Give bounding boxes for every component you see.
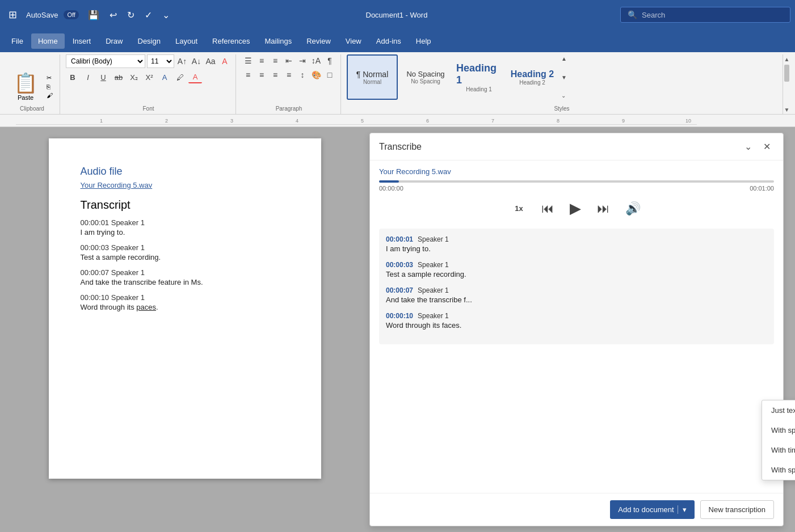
segment-1-meta: 00:00:01 Speaker 1: [386, 235, 767, 243]
strikethrough-button[interactable]: ab: [112, 71, 125, 83]
style-no-spacing-label: No Spacing: [411, 78, 440, 85]
multilevel-list-button[interactable]: ≡: [269, 54, 281, 67]
segment-2-time[interactable]: 00:00:03: [386, 261, 413, 269]
menu-review[interactable]: Review: [300, 33, 338, 49]
svg-text:8: 8: [557, 118, 560, 124]
menu-help[interactable]: Help: [409, 33, 438, 49]
align-right-button[interactable]: ≡: [269, 69, 281, 81]
dropdown-with-speakers-timestamps[interactable]: With speakers and timestamps: [762, 460, 795, 480]
style-heading1[interactable]: Heading 1 Heading 1: [453, 54, 504, 100]
cut-button[interactable]: ✂: [44, 74, 55, 82]
bold-button[interactable]: B: [66, 71, 79, 83]
segment-1: 00:00:01 Speaker 1 I am trying to.: [386, 235, 767, 253]
menu-view[interactable]: View: [339, 33, 368, 49]
segment-4-time[interactable]: 00:00:10: [386, 312, 413, 320]
numbered-list-button[interactable]: ≡: [255, 54, 268, 67]
menu-mailings[interactable]: Mailings: [258, 33, 299, 49]
subscript-button[interactable]: X₂: [127, 71, 141, 83]
skip-forward-button[interactable]: ⏭: [595, 199, 612, 218]
transcribe-panel: Transcribe ⌄ ✕ Your Recording 5.wav 00:0…: [369, 133, 784, 526]
styles-more[interactable]: ⌄: [560, 91, 568, 100]
check-icon[interactable]: ✓: [141, 7, 155, 23]
transcript-entry-1: 00:00:01 Speaker 1 I am trying to.: [81, 218, 289, 237]
skip-back-button[interactable]: ⏮: [539, 199, 556, 218]
copy-icon: ⎘: [47, 83, 51, 90]
increase-font-button[interactable]: A↑: [176, 55, 188, 67]
add-dropdown-arrow[interactable]: ▾: [678, 505, 687, 514]
borders-button[interactable]: □: [323, 69, 336, 81]
styles-scroll-down[interactable]: ▼: [560, 73, 568, 82]
line-spacing-button[interactable]: ↕: [296, 69, 309, 81]
justify-button[interactable]: ≡: [283, 69, 295, 81]
dropdown-with-timestamps[interactable]: With timestamps: [762, 440, 795, 460]
font-color-button[interactable]: A: [188, 71, 202, 83]
save-icon[interactable]: 💾: [85, 7, 103, 23]
panel-minimize-button[interactable]: ⌄: [741, 140, 755, 153]
waffle-icon[interactable]: ⊞: [5, 9, 20, 21]
dropdown-just-text[interactable]: Just text: [762, 400, 795, 420]
play-button[interactable]: ▶: [567, 197, 583, 219]
ruler: 1 2 3 4 5 6 7 8 9 10: [0, 115, 795, 127]
decrease-font-button[interactable]: A↓: [190, 55, 203, 67]
more-icon[interactable]: ⌄: [159, 7, 173, 23]
highlight-button[interactable]: 🖊: [173, 71, 187, 83]
menu-design[interactable]: Design: [131, 33, 167, 49]
paste-button[interactable]: 📋 Paste: [9, 69, 42, 103]
speed-button[interactable]: 1x: [510, 202, 527, 215]
styles-scroll-up[interactable]: ▲: [560, 54, 568, 63]
superscript-button[interactable]: X²: [142, 71, 156, 83]
menu-addins[interactable]: Add-ins: [369, 33, 408, 49]
ribbon-scroll-up[interactable]: ▲: [783, 54, 790, 64]
segment-3-time[interactable]: 00:00:07: [386, 286, 413, 294]
undo-icon[interactable]: ↩: [106, 7, 120, 23]
search-box[interactable]: 🔍: [620, 7, 790, 23]
search-input[interactable]: [642, 11, 778, 19]
menu-draw[interactable]: Draw: [99, 33, 129, 49]
menu-references[interactable]: References: [205, 33, 256, 49]
menu-home[interactable]: Home: [31, 33, 65, 49]
align-center-button[interactable]: ≡: [255, 69, 268, 81]
increase-indent-button[interactable]: ⇥: [296, 54, 309, 67]
change-case-button[interactable]: Aa: [204, 55, 217, 67]
font-name-row: Calibri (Body) 11 A↑ A↓ Aa A: [66, 54, 231, 68]
segment-1-time[interactable]: 00:00:01: [386, 235, 413, 243]
dropdown-with-speakers[interactable]: With speakers: [762, 420, 795, 440]
sort-button[interactable]: ↕A: [310, 54, 322, 67]
copy-button[interactable]: ⎘: [44, 83, 55, 91]
format-painter-button[interactable]: 🖌: [44, 91, 55, 99]
text-effect-button[interactable]: A: [158, 71, 171, 83]
style-normal[interactable]: ¶ Normal Normal: [347, 54, 398, 100]
audio-progress-bar[interactable]: [379, 180, 774, 183]
decrease-indent-button[interactable]: ⇤: [283, 54, 295, 67]
bullets-button[interactable]: ☰: [242, 54, 254, 67]
clear-format-button[interactable]: A: [218, 55, 231, 67]
style-no-spacing[interactable]: No Spacing No Spacing: [400, 54, 451, 100]
svg-text:5: 5: [361, 118, 364, 124]
show-marks-button[interactable]: ¶: [323, 54, 336, 67]
autosave-toggle[interactable]: Off: [64, 10, 78, 19]
redo-icon[interactable]: ↻: [124, 7, 138, 23]
panel-close-button[interactable]: ✕: [760, 140, 774, 153]
ribbon-scroll-down[interactable]: ▼: [783, 105, 790, 114]
segment-2: 00:00:03 Speaker 1 Test a sample recordi…: [386, 261, 767, 278]
font-name-select[interactable]: Calibri (Body): [66, 54, 145, 68]
audio-file-link[interactable]: Your Recording 5.wav: [81, 181, 289, 189]
entry1-text: I am trying to.: [81, 228, 289, 237]
shading-button[interactable]: 🎨: [310, 69, 322, 81]
underline-button[interactable]: U: [96, 71, 110, 83]
menu-file[interactable]: File: [5, 33, 30, 49]
titlebar-actions: 💾 ↩ ↻ ✓ ⌄: [85, 7, 173, 23]
menu-insert[interactable]: Insert: [66, 33, 98, 49]
align-left-button[interactable]: ≡: [242, 69, 254, 81]
style-no-spacing-preview: No Spacing: [406, 70, 444, 78]
font-size-select[interactable]: 11: [147, 54, 174, 68]
menu-layout[interactable]: Layout: [169, 33, 204, 49]
add-to-document-button[interactable]: Add to document ▾: [610, 500, 694, 519]
paces-link[interactable]: paces: [136, 303, 156, 311]
volume-button[interactable]: 🔊: [623, 199, 643, 218]
segment-4: 00:00:10 Speaker 1 Word through its face…: [386, 312, 767, 330]
italic-button[interactable]: I: [81, 71, 95, 83]
style-heading2[interactable]: Heading 2 Heading 2: [507, 54, 558, 100]
new-transcription-button[interactable]: New transcription: [700, 500, 774, 519]
segment-1-text: I am trying to.: [386, 244, 767, 253]
